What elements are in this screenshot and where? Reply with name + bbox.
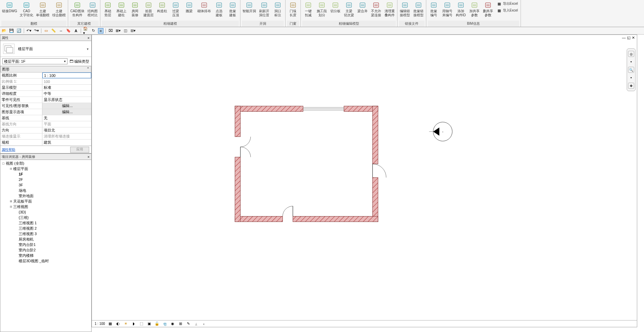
ribbon-button[interactable]: 圈梁 xyxy=(183,1,195,14)
lock-3d-icon[interactable]: 🔓 xyxy=(155,321,160,326)
ribbon-button[interactable]: 房间 装修 xyxy=(129,1,141,18)
property-value[interactable]: 中等 xyxy=(42,91,91,97)
chevron-left-icon[interactable]: ‹ xyxy=(201,321,207,326)
tree-twisty-icon[interactable]: ⊟ xyxy=(9,205,13,208)
ribbon-button[interactable]: 加共享 参数 xyxy=(468,1,481,18)
type-combo[interactable]: 楼层平面 xyxy=(18,46,89,51)
ribbon-button[interactable]: 批量链 接模型 xyxy=(412,1,425,18)
property-value[interactable]: 平面 xyxy=(42,121,91,127)
text-icon[interactable]: A xyxy=(73,28,79,34)
ribbon-small-button[interactable]: ▦导出Excel xyxy=(495,1,519,7)
drawing-view[interactable]: — ◱ ✕ ◎ ▾ 🔍 ▾ ✥ xyxy=(92,35,637,327)
property-row[interactable]: 基线无 xyxy=(0,115,91,121)
ribbon-button[interactable]: 刷新开 洞位置 xyxy=(258,1,270,18)
crop-region-icon[interactable]: ▣ xyxy=(147,321,152,326)
refresh-icon[interactable]: ↻ xyxy=(91,28,96,34)
crop-view-icon[interactable]: ⬚ xyxy=(139,321,144,326)
constraints-icon[interactable]: ⟂ xyxy=(194,321,199,326)
dimension-icon[interactable]: ↔ xyxy=(58,28,64,34)
tree-item[interactable]: 三维视图 3 xyxy=(0,231,91,236)
open-icon[interactable]: 📂 xyxy=(1,28,7,34)
drawing-canvas[interactable]: - xyxy=(92,35,637,320)
property-value[interactable]: 100 xyxy=(42,79,91,84)
ribbon-button[interactable]: CAD 文字转化 xyxy=(19,1,34,18)
tree-item[interactable]: 室外地面 xyxy=(0,193,91,199)
tree-item[interactable]: 三维视图 1 xyxy=(0,220,91,226)
visual-style-icon[interactable]: ◐ xyxy=(116,321,121,326)
properties-panel-header[interactable]: 属性 × xyxy=(0,35,91,41)
ribbon-small-button[interactable]: ▦导入Excel xyxy=(495,7,519,14)
project-browser-header[interactable]: 项目浏览器 - 房间装修 × xyxy=(0,154,91,160)
ribbon-button[interactable]: 切分板 xyxy=(329,1,341,14)
property-row[interactable]: 比例值 1:100 xyxy=(0,79,91,85)
thin-lines-icon[interactable]: ≡ xyxy=(98,28,103,34)
instance-combo[interactable]: 楼层平面: 1F xyxy=(2,58,67,64)
properties-help-link[interactable]: 属性帮助 xyxy=(0,147,70,152)
ribbon-button[interactable]: 洞口 标注 xyxy=(272,1,284,18)
property-value[interactable]: 1 : 100 xyxy=(42,72,91,78)
ribbon-button[interactable]: 链接DWG xyxy=(1,1,18,14)
temp-hide-icon[interactable]: ფ xyxy=(162,321,168,326)
tree-item[interactable]: 室内台阶1 xyxy=(0,242,91,247)
elevation-marker[interactable]: - xyxy=(429,122,452,141)
ribbon-button[interactable]: 不允许 梁连接 xyxy=(370,1,382,18)
ribbon-button[interactable]: 施工段 划分 xyxy=(316,1,328,18)
tree-twisty-icon[interactable]: ⊞ xyxy=(9,200,13,203)
property-row[interactable]: 规程建筑 xyxy=(0,140,91,146)
tree-item[interactable]: 厨房相机 xyxy=(0,236,91,242)
tree-item[interactable]: 2F xyxy=(0,177,91,182)
close-hidden-icon[interactable]: ⌧ xyxy=(108,28,113,34)
measure-icon[interactable]: 📏 xyxy=(51,28,56,34)
detail-level-icon[interactable]: ▦ xyxy=(108,321,113,326)
tree-item[interactable]: 室内台阶2 xyxy=(0,247,91,253)
tree-item[interactable]: ⊟三维视图 xyxy=(0,204,91,209)
switch-window-icon[interactable]: ⊞▾ xyxy=(115,28,121,34)
tree-item[interactable]: ⊟楼层平面 xyxy=(0,166,91,171)
ribbon-button[interactable]: 编辑链 接模型 xyxy=(399,1,411,18)
tree-item[interactable]: 1F xyxy=(0,171,91,177)
ribbon-button[interactable]: 基础上 建柱 xyxy=(115,1,128,18)
ribbon-button[interactable]: 基础 垫层 xyxy=(102,1,114,18)
property-value[interactable]: 标准 xyxy=(42,85,91,90)
ribbon-button[interactable]: 结构图 模对比 xyxy=(86,1,99,18)
tree-item[interactable]: 场地 xyxy=(0,188,91,193)
sun-path-icon[interactable]: ☀ xyxy=(123,321,129,326)
ribbon-button[interactable]: 批量 编号 xyxy=(428,1,440,18)
property-row[interactable]: 视图比例1 : 100 xyxy=(0,72,91,79)
ribbon-button[interactable]: 过梁 压顶 xyxy=(170,1,182,18)
apply-button[interactable]: 应用 xyxy=(70,147,89,153)
property-value[interactable]: 无 xyxy=(42,115,91,121)
property-row[interactable]: 墙连接显示清理所有墙连接 xyxy=(0,133,91,140)
property-value[interactable]: 项目北 xyxy=(42,127,91,133)
ribbon-button[interactable]: 用轴号 来编号 xyxy=(441,1,453,18)
ribbon-button[interactable]: 添加 构件ID xyxy=(455,1,467,18)
tree-item[interactable]: ⊞天花板平面 xyxy=(0,199,91,204)
property-row[interactable]: 基线方向平面 xyxy=(0,121,91,127)
tree-item[interactable]: 三维视图 2 xyxy=(0,226,91,231)
project-browser-close-icon[interactable]: × xyxy=(86,155,91,159)
save-icon[interactable]: 💾 xyxy=(9,28,14,34)
property-row[interactable]: 图形显示选项编辑... xyxy=(0,109,91,115)
ribbon-button[interactable]: CAD图块 生构件 xyxy=(70,1,85,18)
tree-item[interactable]: 3F xyxy=(0,182,91,188)
ribbon-button[interactable]: 智能开洞 xyxy=(242,1,257,14)
ribbon-button[interactable]: 梁合并 xyxy=(356,1,369,14)
edits-icon[interactable]: ✎ xyxy=(186,321,191,326)
sync-icon[interactable]: 🔄 xyxy=(16,28,22,34)
reveal-hidden-icon[interactable]: ◉ xyxy=(170,321,175,326)
ribbon-button[interactable]: 土建 单项翻模 xyxy=(35,1,50,18)
edit-type-button[interactable]: 🗔 编辑类型 xyxy=(70,59,89,64)
tree-item[interactable]: 室内楼梯 xyxy=(0,253,91,258)
property-row[interactable]: 零件可见性显示原状态 xyxy=(0,97,91,103)
ribbon-button[interactable]: 点选 建板 xyxy=(213,1,225,18)
property-row[interactable]: 方向项目北 xyxy=(0,127,91,133)
property-value[interactable]: 清理所有墙连接 xyxy=(42,133,91,139)
tag-icon[interactable]: 🔖 xyxy=(66,28,71,34)
ribbon-button[interactable]: 拾面 建面层 xyxy=(142,1,155,18)
ribbon-button[interactable]: 批量 建板 xyxy=(227,1,239,18)
home-icon[interactable]: 🏠▾ xyxy=(83,28,89,34)
shadows-icon[interactable]: ◗ xyxy=(131,321,136,326)
tree-item[interactable]: 楼层3D视图 _临时 xyxy=(0,258,91,264)
property-category[interactable]: 图形⌃ xyxy=(0,66,91,72)
ribbon-button[interactable]: 清理重 叠构件 xyxy=(384,1,396,18)
